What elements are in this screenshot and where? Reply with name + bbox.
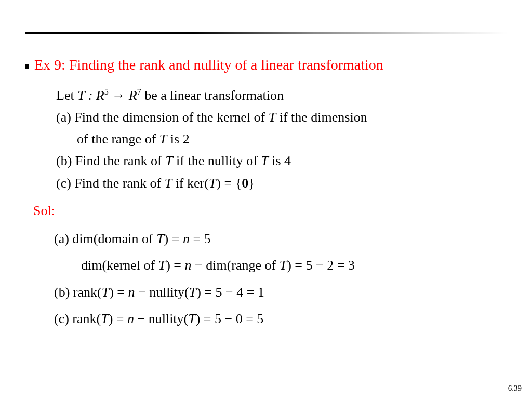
text: Find the rank of bbox=[75, 153, 165, 168]
text: if the dimension bbox=[276, 110, 367, 125]
var-T: T bbox=[156, 231, 164, 246]
label-b: (b) bbox=[56, 153, 75, 168]
sol-a-line2: dim(kernel of T) = n − dim(range of T) =… bbox=[54, 252, 507, 278]
var-T: T bbox=[158, 258, 166, 273]
exp-5: 5 bbox=[104, 87, 109, 96]
sol-b: (b) rank(T) = n − nullity(T) = 5 − 4 = 1 bbox=[54, 280, 507, 305]
text: is 2 bbox=[167, 131, 189, 147]
text: = 5 bbox=[190, 231, 211, 246]
label-c: (c) bbox=[54, 311, 72, 326]
exp-7: 7 bbox=[137, 87, 141, 96]
example-title: Ex 9: Finding the rank and nullity of a … bbox=[34, 56, 383, 74]
var-T: T bbox=[280, 258, 287, 273]
slide-content: Ex 9: Finding the rank and nullity of a … bbox=[25, 56, 507, 333]
label-b: (b) bbox=[54, 285, 73, 300]
text: is 4 bbox=[269, 153, 291, 168]
text: dim(kernel of bbox=[81, 258, 158, 273]
arrow: → bbox=[109, 88, 129, 103]
title-row: Ex 9: Finding the rank and nullity of a … bbox=[25, 56, 507, 74]
text: be a linear transformation bbox=[141, 88, 284, 103]
var-T: T bbox=[269, 110, 276, 125]
text: ) = 5 − 0 = 5 bbox=[196, 311, 264, 326]
var-T: T bbox=[165, 176, 172, 191]
text: − dim(range of bbox=[192, 258, 280, 273]
text: Let bbox=[56, 88, 77, 103]
sol-a-line1: (a) dim(domain of T) = n = 5 bbox=[54, 226, 507, 251]
label-a: (a) bbox=[56, 110, 74, 125]
text: ) = 5 − 2 = 3 bbox=[287, 258, 355, 273]
header-rule bbox=[25, 32, 507, 34]
var-n: n bbox=[128, 285, 135, 300]
part-c: (c) Find the rank of T if ker(T) = {0} bbox=[56, 173, 507, 194]
page-number: 6.39 bbox=[508, 384, 522, 393]
text: if the nullity of bbox=[173, 153, 261, 168]
label-a: (a) bbox=[54, 231, 72, 246]
text: rank( bbox=[72, 311, 101, 326]
let-line: Let T : R5 → R7 be a linear transformati… bbox=[56, 85, 507, 106]
var-R: R bbox=[129, 88, 137, 103]
bullet-icon bbox=[25, 64, 29, 69]
var-T: T bbox=[102, 285, 109, 300]
var-n: n bbox=[127, 311, 134, 326]
text: if ker( bbox=[172, 176, 209, 191]
text: dim(domain of bbox=[72, 231, 156, 246]
text: ) = 5 − 4 = 1 bbox=[196, 285, 264, 300]
sol-c: (c) rank(T) = n − nullity(T) = 5 − 0 = 5 bbox=[54, 306, 507, 331]
problem-body: Let T : R5 → R7 be a linear transformati… bbox=[56, 85, 507, 194]
solution-body: (a) dim(domain of T) = n = 5 dim(kernel … bbox=[54, 226, 507, 332]
text: of the range of bbox=[77, 131, 159, 147]
part-a-line2: of the range of T is 2 bbox=[56, 129, 507, 150]
var-T: T bbox=[189, 285, 196, 300]
text: ) = bbox=[109, 285, 128, 300]
var-T: T bbox=[77, 88, 85, 103]
text: Find the rank of bbox=[74, 176, 164, 191]
var-T: T bbox=[165, 153, 172, 168]
var-T: T bbox=[261, 153, 268, 168]
var-n: n bbox=[185, 258, 192, 273]
text: ) = bbox=[166, 258, 184, 273]
var-T: T bbox=[159, 131, 167, 147]
part-b: (b) Find the rank of T if the nullity of… bbox=[56, 151, 507, 171]
text: − nullity( bbox=[134, 311, 188, 326]
text: ) = bbox=[109, 311, 127, 326]
text: ) = bbox=[164, 231, 183, 246]
solution-label: Sol: bbox=[33, 203, 507, 219]
zero-vector: 0 bbox=[242, 176, 248, 191]
label-c: (c) bbox=[56, 176, 74, 191]
text: } bbox=[248, 176, 255, 191]
text: rank( bbox=[73, 285, 102, 300]
text: : R bbox=[85, 88, 104, 103]
var-n: n bbox=[183, 231, 190, 246]
text: Find the dimension of the kernel of bbox=[74, 110, 268, 125]
part-a-line1: (a) Find the dimension of the kernel of … bbox=[56, 107, 507, 128]
var-T: T bbox=[209, 176, 216, 191]
var-T: T bbox=[188, 311, 195, 326]
text: ) = { bbox=[216, 176, 242, 191]
text: − nullity( bbox=[135, 285, 189, 300]
var-T: T bbox=[101, 311, 108, 326]
